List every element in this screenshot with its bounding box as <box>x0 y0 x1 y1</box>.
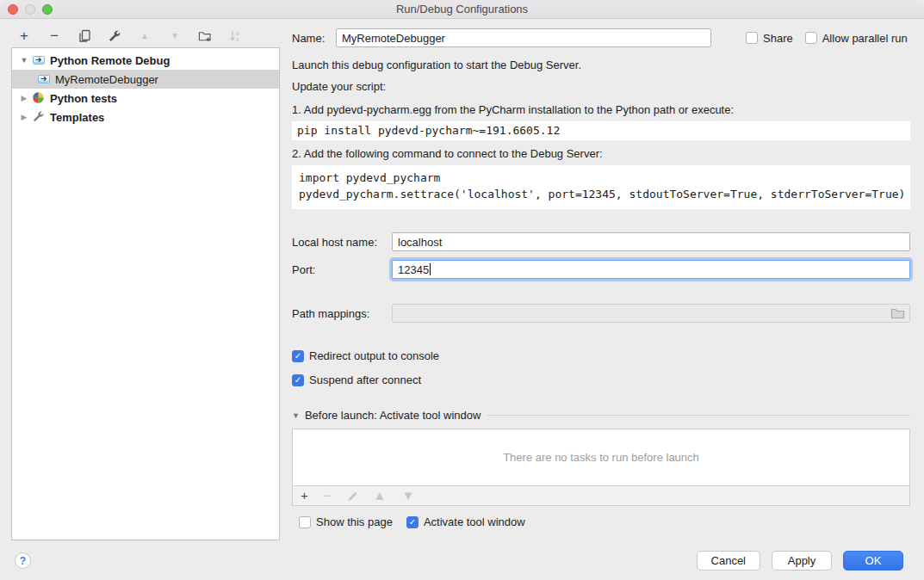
checkbox-icon[interactable] <box>746 32 758 44</box>
checkbox-checked-icon[interactable]: ✓ <box>292 350 304 362</box>
port-value: 12345 <box>398 263 429 276</box>
redirect-output-label: Redirect output to console <box>309 349 439 362</box>
share-checkbox[interactable]: Share <box>746 32 793 45</box>
move-down-icon: ▼ <box>168 29 182 43</box>
tree-item-label: Python Remote Debug <box>50 54 170 67</box>
code-line-2: pydevd_pycharm.settrace('localhost', por… <box>299 186 903 202</box>
add-task-button[interactable]: + <box>301 490 308 502</box>
window-title: Run/Debug Configurations <box>0 0 924 19</box>
port-input[interactable]: 12345 <box>392 260 910 279</box>
copy-configuration-icon[interactable] <box>78 29 91 43</box>
browse-folder-icon[interactable] <box>890 307 905 319</box>
name-input[interactable] <box>336 28 711 47</box>
titlebar: Run/Debug Configurations <box>0 0 924 19</box>
suspend-after-connect-label: Suspend after connect <box>309 373 421 386</box>
text-cursor <box>430 263 431 275</box>
show-this-page-label: Show this page <box>316 515 393 528</box>
move-task-down-icon: ▼ <box>401 490 414 502</box>
checkbox-checked-icon[interactable]: ✓ <box>292 374 304 386</box>
svg-text:a: a <box>236 30 239 36</box>
chevron-right-icon[interactable]: ▶ <box>19 94 29 102</box>
apply-button[interactable]: Apply <box>772 551 832 571</box>
tree-item-python-remote-debug[interactable]: ▼ Python Remote Debug <box>12 51 279 70</box>
share-label: Share <box>763 32 793 45</box>
tree-item-templates[interactable]: ▶ Templates <box>12 108 279 126</box>
wrench-icon <box>32 110 46 124</box>
new-folder-icon[interactable] <box>198 29 212 43</box>
move-up-icon: ▲ <box>138 29 152 43</box>
sort-alpha-icon: az <box>228 29 242 43</box>
activate-tool-window-checkbox[interactable]: ✓ Activate tool window <box>406 515 525 528</box>
show-this-page-checkbox[interactable]: Show this page <box>299 515 393 528</box>
before-launch-section-header[interactable]: ▼ Before launch: Activate tool window <box>292 409 910 422</box>
remote-debug-icon <box>37 72 51 86</box>
tree-item-myremotedebugger[interactable]: MyRemoteDebugger <box>12 70 279 89</box>
python-tests-icon <box>32 91 46 105</box>
task-list-toolbar: + − ▲ ▼ <box>292 486 910 506</box>
path-mappings-label: Path mappings: <box>292 307 392 320</box>
remove-configuration-button[interactable]: − <box>47 29 61 43</box>
suspend-after-connect-checkbox[interactable]: ✓ Suspend after connect <box>292 373 910 386</box>
configurations-tree: ▼ Python Remote Debug MyRemoteDebugger ▶… <box>11 47 280 540</box>
redirect-output-checkbox[interactable]: ✓ Redirect output to console <box>292 349 910 362</box>
code-line-1: import pydevd_pycharm <box>299 170 903 186</box>
remove-task-button: − <box>324 490 332 502</box>
before-launch-task-list[interactable]: There are no tasks to run before launch <box>292 429 910 486</box>
chevron-down-icon[interactable]: ▼ <box>292 411 300 420</box>
add-configuration-button[interactable]: + <box>17 29 31 43</box>
local-host-name-input[interactable] <box>392 232 910 251</box>
tree-item-python-tests[interactable]: ▶ Python tests <box>12 89 279 108</box>
edit-templates-wrench-icon[interactable] <box>108 29 121 43</box>
remote-debug-icon <box>32 53 46 67</box>
chevron-right-icon[interactable]: ▶ <box>19 113 29 121</box>
svg-text:z: z <box>236 36 239 42</box>
configurations-toolbar: + − ▲ ▼ az <box>11 25 280 47</box>
empty-task-list-text: There are no tasks to run before launch <box>503 451 699 464</box>
pip-install-command: pip install pydevd-pycharm~=191.6605.12 <box>292 121 910 140</box>
step2-text: 2. Add the following command to connect … <box>292 147 910 160</box>
port-label: Port: <box>292 263 392 276</box>
settrace-code-block: import pydevd_pycharm pydevd_pycharm.set… <box>292 165 910 209</box>
allow-parallel-run-label: Allow parallel run <box>822 32 908 45</box>
section-divider <box>487 415 910 416</box>
dialog-footer: ? Cancel Apply OK <box>0 544 924 580</box>
move-task-up-icon: ▲ <box>374 490 387 502</box>
update-script-text: Update your script: <box>292 80 910 93</box>
checkbox-icon[interactable] <box>299 516 311 528</box>
tree-item-label: MyRemoteDebugger <box>55 73 158 86</box>
before-launch-title: Before launch: Activate tool window <box>305 409 481 422</box>
tree-item-label: Python tests <box>50 92 117 105</box>
tree-item-label: Templates <box>50 111 104 124</box>
name-label: Name: <box>292 32 330 45</box>
step1-text: 1. Add pydevd-pycharm.egg from the PyCha… <box>292 103 910 116</box>
configuration-form: Name: Share Allow parallel run Launch th… <box>292 26 910 528</box>
launch-description: Launch this debug configuration to start… <box>292 59 910 71</box>
local-host-name-label: Local host name: <box>292 236 392 249</box>
cancel-button[interactable]: Cancel <box>697 551 760 571</box>
allow-parallel-run-checkbox[interactable]: Allow parallel run <box>805 32 908 45</box>
run-debug-configurations-dialog: { "window": { "title": "Run/Debug Config… <box>0 0 924 580</box>
activate-tool-window-label: Activate tool window <box>424 515 525 528</box>
chevron-down-icon[interactable]: ▼ <box>19 56 29 65</box>
checkbox-checked-icon[interactable]: ✓ <box>406 516 419 528</box>
ok-button[interactable]: OK <box>843 551 903 571</box>
path-mappings-input[interactable] <box>392 304 910 323</box>
help-button[interactable]: ? <box>15 552 31 569</box>
edit-task-pencil-icon <box>347 491 358 502</box>
checkbox-icon[interactable] <box>805 32 817 44</box>
